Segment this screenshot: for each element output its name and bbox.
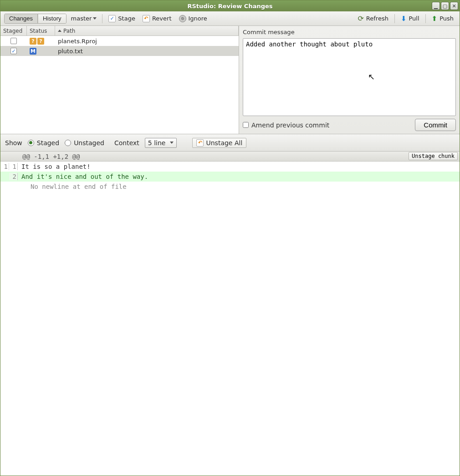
- pull-button[interactable]: ⬇ Pull: [399, 14, 422, 24]
- tab-changes[interactable]: Changes: [5, 14, 38, 23]
- header-staged[interactable]: Staged: [0, 26, 27, 35]
- diff-line[interactable]: 2And it's nice and out of the way.: [0, 172, 460, 182]
- file-list-pane: Staged Status Path ??planets.Rproj✓Mplut…: [0, 26, 239, 134]
- refresh-button[interactable]: ⟳ Refresh: [355, 14, 391, 24]
- amend-checkbox-label[interactable]: Amend previous commit: [243, 122, 329, 129]
- diff-line[interactable]: 11It is so a planet!: [0, 162, 460, 172]
- push-button[interactable]: ⬆ Push: [429, 14, 456, 24]
- revert-label: Revert: [152, 15, 172, 22]
- amend-checkbox[interactable]: [243, 122, 249, 128]
- commit-button[interactable]: Commit: [415, 119, 456, 131]
- revert-icon: ↶: [196, 139, 204, 147]
- toolbar-separator: [394, 14, 395, 23]
- context-value: 5 line: [148, 139, 166, 147]
- show-label: Show: [5, 139, 22, 147]
- minimize-button[interactable]: ▁: [432, 2, 440, 10]
- line-number-new: 1: [9, 163, 18, 170]
- commit-pane: Commit message Amend previous commit Com…: [239, 26, 460, 134]
- refresh-icon: ⟳: [358, 14, 363, 23]
- unstaged-radio-label: Unstaged: [74, 139, 104, 147]
- header-status[interactable]: Status: [27, 26, 55, 35]
- file-list-header: Staged Status Path: [0, 26, 239, 36]
- revert-button[interactable]: ↶ Revert: [140, 14, 174, 24]
- window-title: RStudio: Review Changes: [187, 3, 272, 10]
- caret-down-icon: [93, 17, 97, 20]
- toolbar-separator: [102, 14, 102, 23]
- close-button[interactable]: ✕: [450, 2, 458, 10]
- push-label: Push: [440, 15, 454, 22]
- amend-label-text: Amend previous commit: [251, 122, 329, 129]
- unstage-all-button[interactable]: ↶ Unstage All: [192, 138, 246, 148]
- caret-down-icon: [170, 142, 174, 144]
- branch-selector[interactable]: master: [69, 14, 99, 24]
- commit-message-label: Commit message: [243, 29, 456, 35]
- context-label: Context: [114, 139, 139, 147]
- toolbar-separator: [425, 14, 426, 23]
- ignore-button[interactable]: ⦸ Ignore: [177, 14, 210, 24]
- diff-text: It is so a planet!: [18, 163, 91, 170]
- header-path-label: Path: [63, 28, 75, 34]
- push-icon: ⬆: [432, 15, 438, 23]
- stage-label: Stage: [118, 15, 135, 22]
- diff-toolbar: Show Staged Unstaged Context 5 line ↶ Un…: [0, 134, 460, 152]
- status-modified-icon: M: [30, 48, 36, 55]
- show-staged-radio[interactable]: Staged: [28, 139, 59, 147]
- radio-checked-icon: [28, 140, 34, 146]
- pull-icon: ⬇: [401, 15, 407, 23]
- tab-history[interactable]: History: [38, 14, 66, 23]
- diff-text: And it's nice and out of the way.: [18, 173, 148, 180]
- staged-checkbox[interactable]: ✓: [10, 48, 17, 54]
- check-icon: ✓: [108, 15, 116, 22]
- pull-label: Pull: [409, 15, 419, 22]
- status-unknown-icon: ?: [30, 38, 36, 45]
- maximize-button[interactable]: ▢: [441, 2, 449, 10]
- radio-unchecked-icon: [65, 140, 71, 146]
- context-lines-select[interactable]: 5 line: [145, 138, 177, 148]
- commit-message-input[interactable]: [243, 38, 456, 116]
- diff-line[interactable]: No newline at end of file: [0, 182, 460, 192]
- table-row[interactable]: ✓Mpluto.txt: [0, 46, 239, 56]
- staged-radio-label: Staged: [37, 139, 59, 147]
- view-tabs: Changes History: [4, 14, 66, 24]
- line-number-old: 1: [0, 163, 9, 170]
- staged-checkbox[interactable]: [10, 38, 17, 44]
- branch-name: master: [71, 15, 92, 22]
- line-number-new: 2: [9, 173, 18, 180]
- hunk-range: @@ -1,1 +1,2 @@: [0, 153, 80, 160]
- diff-body: 11It is so a planet!2And it's nice and o…: [0, 162, 460, 476]
- unstage-all-label: Unstage All: [206, 139, 242, 147]
- main-toolbar: Changes History master ✓ Stage ↶ Revert …: [0, 11, 460, 26]
- title-bar: RStudio: Review Changes ▁ ▢ ✕: [0, 0, 460, 11]
- sort-asc-icon: [58, 30, 61, 32]
- diff-hunk-header: @@ -1,1 +1,2 @@ Unstage chunk: [0, 152, 460, 162]
- file-path: planets.Rproj: [55, 38, 239, 45]
- refresh-label: Refresh: [366, 15, 388, 22]
- unstage-chunk-button[interactable]: Unstage chunk: [409, 152, 458, 160]
- header-path[interactable]: Path: [55, 26, 239, 35]
- show-unstaged-radio[interactable]: Unstaged: [65, 139, 104, 147]
- file-path: pluto.txt: [55, 48, 239, 55]
- revert-icon: ↶: [143, 15, 150, 22]
- stage-button[interactable]: ✓ Stage: [106, 14, 138, 24]
- ignore-icon: ⦸: [179, 15, 186, 22]
- ignore-label: Ignore: [189, 15, 207, 22]
- table-row[interactable]: ??planets.Rproj: [0, 36, 239, 46]
- status-unknown-icon: ?: [37, 38, 44, 45]
- file-rows: ??planets.Rproj✓Mpluto.txt: [0, 36, 239, 134]
- diff-text: No newline at end of file: [24, 183, 127, 190]
